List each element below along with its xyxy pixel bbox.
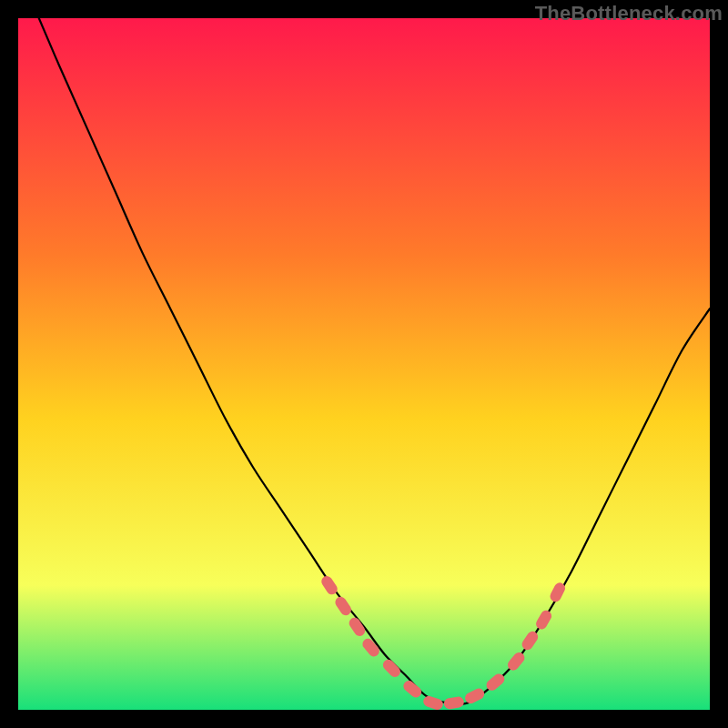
watermark-text: TheBottleneck.com [535,2,723,25]
gradient-background [18,18,710,710]
bottleneck-chart [18,18,710,710]
chart-frame: TheBottleneck.com [0,0,728,728]
plot-area [18,18,710,710]
